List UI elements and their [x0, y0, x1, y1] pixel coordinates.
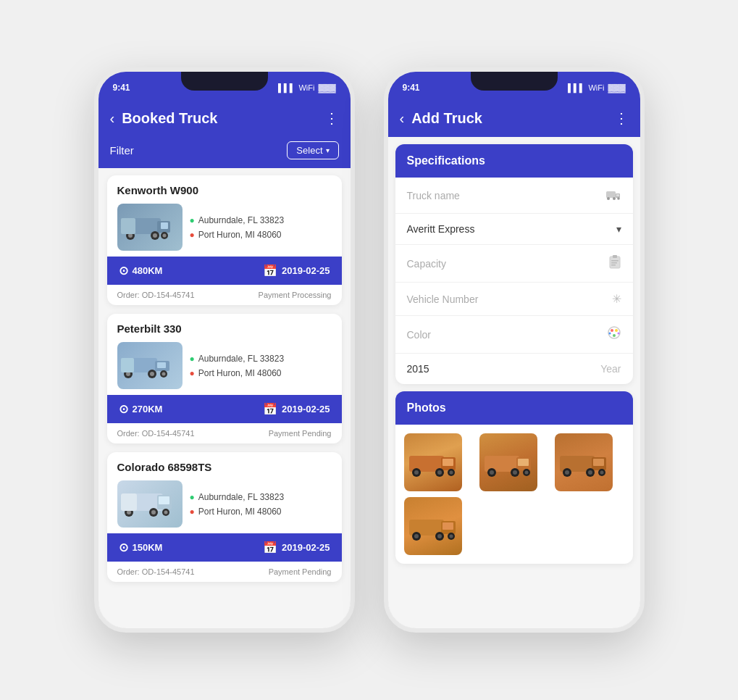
truck-info-1: ● Auburndale, FL 33823 ● Port Huron, MI …	[107, 201, 342, 257]
svg-point-26	[151, 510, 156, 514]
svg-rect-22	[159, 496, 169, 504]
year-field[interactable]: 2015 Year	[395, 354, 633, 384]
svg-rect-39	[611, 262, 617, 264]
dest-text-1: Port Huron, MI 48060	[198, 230, 282, 240]
clipboard-icon	[608, 254, 621, 272]
svg-point-73	[600, 470, 603, 474]
right-status-icons: ▌▌▌ WiFi ▓▓▓	[568, 83, 625, 92]
right-app-header: ‹ Add Truck ⋮	[388, 104, 640, 137]
svg-point-51	[414, 470, 419, 475]
svg-point-60	[490, 470, 494, 475]
speedometer-icon-1: ⊙	[119, 264, 128, 278]
right-phone: 9:41 ▌▌▌ WiFi ▓▓▓ ‹ Add Truck ⋮ Specific…	[384, 67, 645, 633]
truck-card-2[interactable]: Peterbilt 330	[107, 314, 342, 443]
truck-list: Kenworth W900	[98, 168, 351, 589]
calendar-icon-1: 📅	[263, 264, 277, 278]
truck-name-3: Colorado 68598TS	[107, 452, 342, 478]
order-id-1: Order: OD-154-45741	[117, 291, 195, 299]
truck-name-field[interactable]: Truck name	[395, 178, 633, 214]
truck-image-2	[117, 342, 183, 389]
chevron-down-icon: ▾	[616, 223, 621, 235]
date-stat-1: 📅 2019-02-25	[263, 264, 330, 278]
vehicle-number-field[interactable]: Vehicle Number ✳	[395, 283, 633, 316]
battery-icon: ▓▓▓	[318, 83, 335, 92]
photo-1[interactable]	[404, 433, 462, 491]
svg-rect-29	[121, 493, 137, 511]
truck-locations-1: ● Auburndale, FL 33823 ● Port Huron, MI …	[190, 204, 285, 251]
svg-point-82	[449, 534, 453, 538]
payment-status-2: Payment Pending	[269, 429, 332, 438]
svg-point-43	[615, 329, 618, 332]
date-value-3: 2019-02-25	[282, 542, 330, 553]
left-back-button[interactable]: ‹	[110, 111, 115, 125]
svg-point-80	[437, 534, 442, 538]
left-notch	[181, 72, 268, 91]
right-notch	[471, 72, 558, 91]
svg-rect-37	[613, 255, 617, 258]
truck-list-container: Kenworth W900	[98, 168, 351, 628]
truck-info-3: ● Auburndale, FL 33823 ● Port Huron, MI …	[107, 478, 342, 533]
order-id-3: Order: OD-154-45741	[117, 567, 195, 576]
left-more-button[interactable]: ⋮	[324, 109, 339, 127]
photos-header: Photos	[395, 391, 633, 425]
origin-dot-3: ●	[190, 492, 195, 502]
photo-4[interactable]	[404, 497, 462, 555]
color-field[interactable]: Color	[395, 316, 633, 354]
svg-point-18	[162, 372, 165, 376]
capacity-field[interactable]: Capacity	[395, 245, 633, 283]
svg-point-45	[608, 333, 611, 335]
filter-label: Filter	[110, 144, 134, 157]
photo-2[interactable]	[479, 433, 537, 491]
filter-bar: Filter Select	[98, 137, 351, 168]
payment-status-1: Payment Processing	[259, 291, 332, 299]
svg-point-71	[588, 470, 592, 475]
photo-3[interactable]	[555, 433, 613, 491]
photos-card: Photos	[395, 391, 633, 564]
origin-dot-1: ●	[190, 215, 195, 225]
right-more-button[interactable]: ⋮	[614, 109, 629, 127]
dest-text-3: Port Huron, MI 48060	[198, 507, 282, 517]
wifi-icon: WiFi	[298, 83, 314, 92]
distance-value-2: 270KM	[133, 404, 163, 414]
truck-card-1[interactable]: Kenworth W900	[107, 175, 342, 305]
dest-dot-2: ●	[190, 368, 195, 378]
origin-text-3: Auburndale, FL 33823	[198, 492, 284, 502]
truck-image-1	[117, 204, 183, 251]
company-value: Averitt Express	[407, 223, 475, 235]
calendar-icon-2: 📅	[263, 402, 277, 416]
svg-rect-9	[121, 218, 135, 234]
select-button[interactable]: Select	[287, 141, 338, 159]
truck-name-2: Peterbilt 330	[107, 314, 342, 339]
left-status-time: 9:41	[113, 83, 130, 93]
truck-icon	[605, 187, 621, 204]
year-label: Year	[600, 363, 621, 375]
date-stat-2: 📅 2019-02-25	[263, 402, 330, 416]
origin-3: ● Auburndale, FL 33823	[190, 492, 285, 502]
truck-image-3	[117, 480, 183, 528]
right-header-title: Add Truck	[411, 110, 606, 127]
left-phone: 9:41 ▌▌▌ WiFi ▓▓▓ ‹ Booked Truck ⋮ Filte…	[94, 67, 355, 633]
company-dropdown[interactable]: Averitt Express ▾	[395, 214, 633, 245]
left-app-header: ‹ Booked Truck ⋮	[98, 104, 351, 137]
specifications-header: Specifications	[395, 144, 633, 178]
truck-stats-3: ⊙ 150KM 📅 2019-02-25	[107, 533, 342, 562]
right-signal-icon: ▌▌▌	[568, 83, 584, 92]
palette-icon	[607, 325, 621, 343]
svg-point-28	[164, 511, 167, 514]
truck-footer-2: Order: OD-154-45741 Payment Pending	[107, 423, 342, 443]
right-wifi-icon: WiFi	[588, 83, 604, 92]
svg-rect-12	[157, 362, 166, 368]
speedometer-icon-2: ⊙	[119, 402, 128, 416]
left-status-icons: ▌▌▌ WiFi ▓▓▓	[278, 83, 335, 92]
svg-point-78	[414, 534, 419, 538]
svg-rect-40	[611, 264, 616, 266]
origin-text-2: Auburndale, FL 33823	[198, 354, 284, 364]
svg-point-64	[524, 470, 528, 474]
svg-rect-58	[518, 459, 529, 466]
svg-point-8	[162, 234, 166, 238]
right-status-time: 9:41	[403, 83, 420, 93]
truck-card-3[interactable]: Colorado 68598TS	[107, 452, 342, 582]
date-value-2: 2019-02-25	[282, 404, 330, 414]
right-back-button[interactable]: ‹	[400, 111, 405, 125]
svg-point-6	[153, 233, 157, 238]
